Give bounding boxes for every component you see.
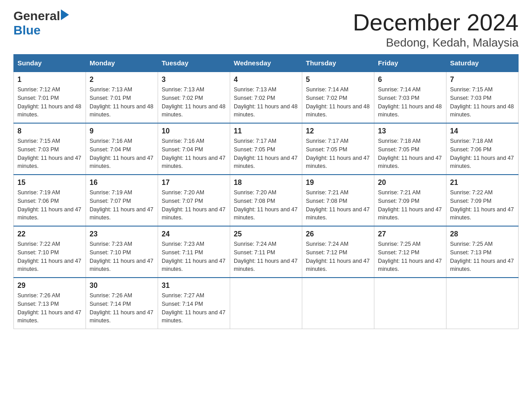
table-row: 9 Sunrise: 7:16 AMSunset: 7:04 PMDayligh… [86,123,158,175]
day-info: Sunrise: 7:12 AMSunset: 7:01 PMDaylight:… [17,86,82,119]
table-row: 1 Sunrise: 7:12 AMSunset: 7:01 PMDayligh… [14,72,86,123]
day-info: Sunrise: 7:16 AMSunset: 7:04 PMDaylight:… [162,137,226,171]
day-info: Sunrise: 7:15 AMSunset: 7:03 PMDaylight:… [450,86,515,119]
table-row: 14 Sunrise: 7:18 AMSunset: 7:06 PMDaylig… [446,123,519,175]
table-row: 25 Sunrise: 7:24 AMSunset: 7:11 PMDaylig… [230,226,302,278]
day-number: 21 [450,179,515,187]
day-info: Sunrise: 7:21 AMSunset: 7:08 PMDaylight:… [306,188,370,222]
calendar-title: December 2024 [353,9,519,36]
day-number: 8 [17,127,82,135]
day-info: Sunrise: 7:24 AMSunset: 7:11 PMDaylight:… [234,240,298,274]
table-row: 5 Sunrise: 7:14 AMSunset: 7:02 PMDayligh… [302,72,374,123]
header-friday: Friday [374,55,446,72]
day-number: 2 [90,76,154,84]
day-number: 7 [450,76,515,84]
day-info: Sunrise: 7:27 AMSunset: 7:14 PMDaylight:… [162,291,226,325]
day-number: 30 [90,282,154,290]
day-info: Sunrise: 7:22 AMSunset: 7:09 PMDaylight:… [450,188,515,222]
table-row [302,278,374,329]
day-number: 14 [450,127,515,135]
day-info: Sunrise: 7:25 AMSunset: 7:12 PMDaylight:… [378,240,442,274]
day-number: 13 [378,127,442,135]
title-block: December 2024 Bedong, Kedah, Malaysia [353,9,519,50]
table-row: 15 Sunrise: 7:19 AMSunset: 7:06 PMDaylig… [14,175,86,226]
day-number: 20 [378,179,442,187]
table-row: 16 Sunrise: 7:19 AMSunset: 7:07 PMDaylig… [86,175,158,226]
day-number: 28 [450,230,515,238]
day-number: 3 [162,76,226,84]
day-number: 27 [378,230,442,238]
header-thursday: Thursday [302,55,374,72]
table-row: 21 Sunrise: 7:22 AMSunset: 7:09 PMDaylig… [446,175,519,226]
day-info: Sunrise: 7:20 AMSunset: 7:07 PMDaylight:… [162,188,226,222]
day-number: 25 [234,230,298,238]
day-info: Sunrise: 7:18 AMSunset: 7:05 PMDaylight:… [378,137,442,171]
day-number: 18 [234,179,298,187]
table-row: 18 Sunrise: 7:20 AMSunset: 7:08 PMDaylig… [230,175,302,226]
table-row: 4 Sunrise: 7:13 AMSunset: 7:02 PMDayligh… [230,72,302,123]
table-row: 10 Sunrise: 7:16 AMSunset: 7:04 PMDaylig… [158,123,230,175]
day-number: 9 [90,127,154,135]
day-number: 24 [162,230,226,238]
calendar-week-row: 22 Sunrise: 7:22 AMSunset: 7:10 PMDaylig… [14,226,519,278]
day-info: Sunrise: 7:22 AMSunset: 7:10 PMDaylight:… [17,240,82,274]
table-row: 19 Sunrise: 7:21 AMSunset: 7:08 PMDaylig… [302,175,374,226]
calendar-week-row: 1 Sunrise: 7:12 AMSunset: 7:01 PMDayligh… [14,72,519,123]
table-row: 23 Sunrise: 7:23 AMSunset: 7:10 PMDaylig… [86,226,158,278]
day-number: 4 [234,76,298,84]
day-info: Sunrise: 7:13 AMSunset: 7:02 PMDaylight:… [162,86,226,119]
day-info: Sunrise: 7:17 AMSunset: 7:05 PMDaylight:… [234,137,298,171]
table-row: 31 Sunrise: 7:27 AMSunset: 7:14 PMDaylig… [158,278,230,329]
day-number: 23 [90,230,154,238]
day-info: Sunrise: 7:18 AMSunset: 7:06 PMDaylight:… [450,137,515,171]
table-row: 28 Sunrise: 7:25 AMSunset: 7:13 PMDaylig… [446,226,519,278]
day-number: 19 [306,179,370,187]
header-wednesday: Wednesday [230,55,302,72]
table-row [446,278,519,329]
day-number: 15 [17,179,82,187]
day-number: 26 [306,230,370,238]
table-row: 30 Sunrise: 7:26 AMSunset: 7:14 PMDaylig… [86,278,158,329]
table-row: 29 Sunrise: 7:26 AMSunset: 7:13 PMDaylig… [14,278,86,329]
day-info: Sunrise: 7:14 AMSunset: 7:02 PMDaylight:… [306,86,370,119]
calendar-subtitle: Bedong, Kedah, Malaysia [353,36,519,50]
table-row: 26 Sunrise: 7:24 AMSunset: 7:12 PMDaylig… [302,226,374,278]
header-saturday: Saturday [446,55,519,72]
calendar-week-row: 15 Sunrise: 7:19 AMSunset: 7:06 PMDaylig… [14,175,519,226]
day-number: 22 [17,230,82,238]
day-info: Sunrise: 7:26 AMSunset: 7:13 PMDaylight:… [17,291,82,325]
day-info: Sunrise: 7:19 AMSunset: 7:06 PMDaylight:… [17,188,82,222]
day-info: Sunrise: 7:23 AMSunset: 7:10 PMDaylight:… [90,240,154,274]
calendar-table: Sunday Monday Tuesday Wednesday Thursday… [13,54,519,329]
day-number: 1 [17,76,82,84]
day-info: Sunrise: 7:23 AMSunset: 7:11 PMDaylight:… [162,240,226,274]
calendar-week-row: 29 Sunrise: 7:26 AMSunset: 7:13 PMDaylig… [14,278,519,329]
day-number: 12 [306,127,370,135]
day-info: Sunrise: 7:26 AMSunset: 7:14 PMDaylight:… [90,291,154,325]
table-row: 20 Sunrise: 7:21 AMSunset: 7:09 PMDaylig… [374,175,446,226]
day-number: 17 [162,179,226,187]
table-row: 3 Sunrise: 7:13 AMSunset: 7:02 PMDayligh… [158,72,230,123]
day-info: Sunrise: 7:17 AMSunset: 7:05 PMDaylight:… [306,137,370,171]
logo: General Blue [13,9,69,38]
table-row: 13 Sunrise: 7:18 AMSunset: 7:05 PMDaylig… [374,123,446,175]
table-row: 17 Sunrise: 7:20 AMSunset: 7:07 PMDaylig… [158,175,230,226]
day-number: 6 [378,76,442,84]
logo-blue-text: Blue [13,23,69,38]
day-info: Sunrise: 7:14 AMSunset: 7:03 PMDaylight:… [378,86,442,119]
day-info: Sunrise: 7:25 AMSunset: 7:13 PMDaylight:… [450,240,515,274]
table-row: 6 Sunrise: 7:14 AMSunset: 7:03 PMDayligh… [374,72,446,123]
day-info: Sunrise: 7:19 AMSunset: 7:07 PMDaylight:… [90,188,154,222]
day-info: Sunrise: 7:13 AMSunset: 7:02 PMDaylight:… [234,86,298,119]
table-row: 2 Sunrise: 7:13 AMSunset: 7:01 PMDayligh… [86,72,158,123]
table-row: 8 Sunrise: 7:15 AMSunset: 7:03 PMDayligh… [14,123,86,175]
table-row: 12 Sunrise: 7:17 AMSunset: 7:05 PMDaylig… [302,123,374,175]
table-row: 27 Sunrise: 7:25 AMSunset: 7:12 PMDaylig… [374,226,446,278]
day-number: 31 [162,282,226,290]
logo-triangle-icon [61,9,69,20]
day-info: Sunrise: 7:16 AMSunset: 7:04 PMDaylight:… [90,137,154,171]
day-number: 11 [234,127,298,135]
table-row [374,278,446,329]
table-row [230,278,302,329]
day-info: Sunrise: 7:21 AMSunset: 7:09 PMDaylight:… [378,188,442,222]
